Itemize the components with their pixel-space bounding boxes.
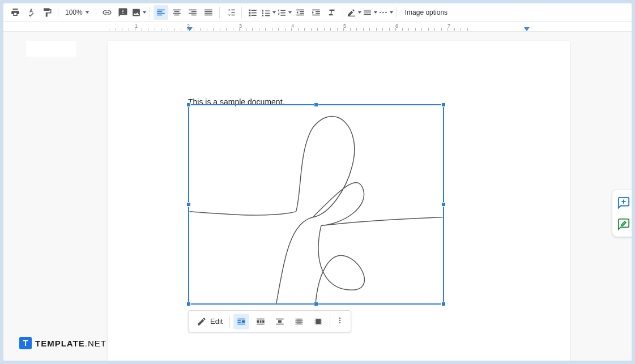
ruler-tick — [109, 28, 109, 31]
resize-handle-mid-right[interactable] — [441, 202, 446, 207]
clear-formatting-icon[interactable] — [325, 5, 339, 20]
resize-handle-bot-mid[interactable] — [314, 302, 318, 306]
ruler-tick — [408, 28, 409, 31]
ruler-tick — [402, 28, 403, 31]
resize-handle-bot-right[interactable] — [441, 302, 446, 306]
ruler-tick — [272, 28, 272, 31]
align-center-icon[interactable] — [169, 5, 184, 20]
comment-icon[interactable] — [116, 5, 130, 20]
drawing-content — [189, 105, 443, 303]
ruler-tick — [207, 28, 207, 31]
ruler-tick — [337, 28, 338, 31]
border-color-dropdown[interactable] — [347, 5, 361, 20]
ruler-tick — [285, 28, 285, 31]
add-comment-button[interactable] — [617, 196, 630, 209]
decrease-indent-icon[interactable] — [293, 5, 308, 20]
main-toolbar: 100% Image options — [3, 3, 632, 22]
image-selection-box[interactable] — [188, 104, 444, 305]
ruler-tick — [324, 28, 325, 31]
more-options-button[interactable] — [334, 313, 346, 329]
ruler-tick — [155, 28, 155, 31]
workspace: This is a sample document. Edit — [3, 32, 632, 361]
separator — [150, 7, 150, 18]
ruler-tick — [343, 28, 344, 31]
resize-handle-top-right[interactable] — [441, 102, 446, 107]
indent-marker-right[interactable] — [524, 27, 530, 31]
ruler-tick — [330, 28, 331, 31]
svg-rect-0 — [348, 15, 355, 16]
align-right-icon[interactable] — [185, 5, 200, 20]
ruler-tick — [395, 28, 396, 31]
resize-handle-top-mid[interactable] — [314, 102, 318, 107]
image-options-button[interactable]: Image options — [400, 8, 452, 16]
print-icon[interactable] — [8, 5, 23, 20]
resize-handle-top-left[interactable] — [186, 102, 191, 107]
ruler-tick — [129, 28, 129, 31]
chevron-down-icon — [86, 11, 89, 14]
ruler-tick — [298, 28, 299, 31]
chevron-down-icon — [272, 11, 276, 14]
svg-point-5 — [339, 322, 340, 323]
ruler-tick — [369, 28, 370, 31]
wrap-text-button[interactable] — [253, 314, 269, 329]
ruler-tick — [304, 28, 305, 31]
spellcheck-icon[interactable] — [24, 5, 39, 20]
ruler-tick — [382, 28, 383, 31]
ruler-tick — [259, 28, 259, 31]
ruler-tick — [226, 28, 227, 31]
format-paint-icon[interactable] — [40, 5, 54, 20]
svg-rect-2 — [316, 319, 321, 324]
wrap-front-button[interactable] — [310, 314, 326, 329]
numbered-list-dropdown[interactable] — [277, 5, 292, 20]
ruler-tick — [148, 28, 148, 31]
separator — [330, 315, 330, 328]
insert-image-dropdown[interactable] — [131, 5, 146, 20]
ruler-tick — [246, 28, 246, 31]
ruler-tick — [278, 28, 279, 31]
suggest-edits-button[interactable] — [617, 217, 630, 231]
watermark-text: TEMPLATE.NET — [35, 339, 106, 348]
outline-thumbnail[interactable] — [26, 41, 76, 57]
document-page[interactable]: This is a sample document. Edit — [108, 41, 570, 361]
align-left-icon[interactable] — [154, 5, 168, 20]
zoom-dropdown[interactable]: 100% — [62, 8, 92, 16]
ruler-tick — [415, 28, 416, 31]
ruler-tick — [376, 28, 377, 31]
ruler-tick — [389, 28, 390, 31]
ruler-tick — [142, 28, 142, 31]
ruler-tick — [194, 28, 194, 31]
increase-indent-icon[interactable] — [309, 5, 323, 20]
ruler-tick — [311, 28, 312, 31]
watermark: T TEMPLATE.NET — [19, 337, 106, 349]
ruler-tick — [434, 28, 435, 31]
link-icon[interactable] — [100, 5, 114, 20]
line-spacing-dropdown[interactable] — [223, 5, 238, 20]
edit-button[interactable]: Edit — [193, 314, 226, 329]
resize-handle-mid-left[interactable] — [186, 202, 191, 207]
chevron-down-icon — [390, 11, 393, 14]
watermark-icon: T — [19, 337, 32, 349]
border-dash-dropdown[interactable] — [378, 5, 393, 20]
chevron-down-icon — [143, 11, 146, 14]
separator — [229, 315, 230, 328]
ruler-tick — [135, 28, 135, 31]
ruler-tick — [161, 28, 161, 31]
resize-handle-bot-left[interactable] — [186, 302, 191, 306]
checklist-icon[interactable] — [245, 5, 260, 20]
ruler-tick — [174, 28, 174, 31]
ruler-tick — [350, 28, 351, 31]
wrap-behind-button[interactable] — [291, 314, 307, 329]
separator — [343, 7, 343, 18]
ruler-tick — [448, 28, 448, 31]
bullet-list-dropdown[interactable] — [261, 5, 276, 20]
align-justify-icon[interactable] — [201, 5, 216, 20]
ruler-tick — [454, 28, 455, 31]
separator — [96, 7, 96, 18]
svg-point-3 — [339, 318, 340, 319]
ruler-tick — [181, 28, 181, 31]
border-weight-dropdown[interactable] — [363, 5, 377, 20]
ruler-tick — [317, 28, 318, 31]
wrap-break-button[interactable] — [272, 314, 288, 329]
separator — [397, 7, 397, 18]
wrap-inline-button[interactable] — [233, 314, 249, 329]
